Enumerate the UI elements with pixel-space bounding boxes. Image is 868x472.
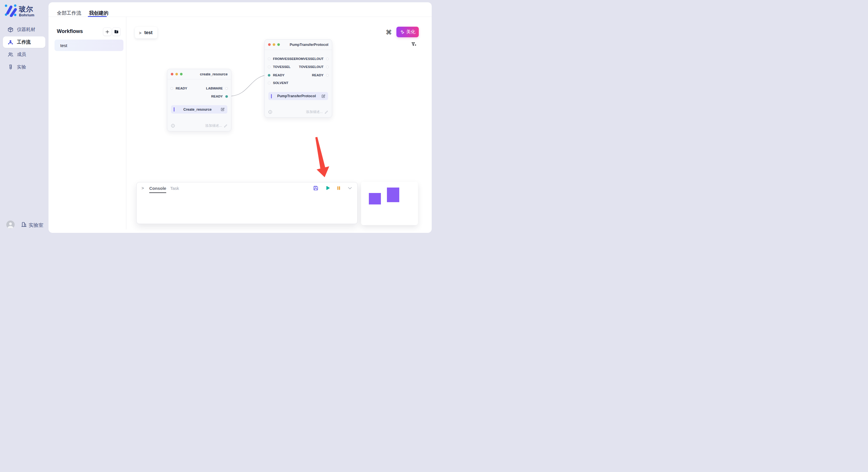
node-action[interactable]: Create_resource	[171, 105, 227, 113]
folder-download-icon	[114, 29, 119, 34]
panel-canvas-divider	[126, 17, 126, 229]
node-create-resource[interactable]: create_resource READY LABWARE READY Crea…	[167, 69, 231, 131]
output-port[interactable]: FROMVESSELOUT	[293, 57, 329, 61]
sidebar-item-label: 工作流	[17, 39, 31, 45]
save-icon[interactable]	[313, 185, 319, 191]
info-icon[interactable]	[268, 110, 272, 114]
sidebar-item-members[interactable]: 成员	[3, 49, 45, 60]
port-dot[interactable]	[268, 66, 270, 68]
port-dot[interactable]	[326, 74, 329, 76]
beautify-label: 美化	[406, 29, 415, 35]
input-port[interactable]: SOLVENT	[268, 81, 288, 85]
output-port[interactable]: READY	[211, 94, 228, 98]
workflows-panel-title: Workflows	[57, 28, 83, 34]
node-title: create_resource	[200, 72, 228, 76]
output-port[interactable]: READY	[312, 73, 329, 77]
sparkles-icon	[400, 30, 405, 34]
node-title: PumpTransferProtocol	[290, 43, 329, 47]
sidebar-item-label: 成员	[17, 52, 26, 58]
workflow-icon	[7, 39, 13, 45]
sidebar-item-label: 仪器耗材	[17, 27, 35, 33]
lab-switcher[interactable]: 实验室	[29, 222, 43, 229]
brand-title: 玻尔	[19, 5, 33, 14]
output-port[interactable]: TOVESSELOUT	[299, 65, 329, 69]
port-dot[interactable]	[225, 87, 228, 90]
output-port[interactable]: LABWARE	[206, 86, 228, 90]
workflow-item-label: test	[60, 43, 67, 48]
tab-console[interactable]: Console	[149, 186, 166, 193]
lab-building-icon	[21, 222, 27, 227]
tab-task[interactable]: Task	[170, 186, 179, 191]
sidebar-item-experiments[interactable]: 实验	[3, 61, 45, 73]
minimap-node	[369, 193, 381, 204]
minimap[interactable]	[361, 182, 418, 225]
port-dot[interactable]	[170, 87, 173, 90]
input-port[interactable]: READY	[268, 73, 284, 77]
edit-icon[interactable]	[220, 107, 225, 111]
beautify-button[interactable]: 美化	[396, 27, 419, 37]
node-pump-transfer-protocol[interactable]: PumpTransferProtocol FROMVESSEL TOVESSEL…	[265, 39, 332, 117]
collapse-chevron-down-icon[interactable]	[347, 185, 353, 191]
workflow-list-item[interactable]: test	[55, 40, 123, 51]
edit-icon[interactable]	[321, 94, 326, 98]
node-header: create_resource	[167, 69, 231, 79]
traffic-dots-icon	[171, 73, 183, 75]
sidebar-item-workflow[interactable]: 工作流	[3, 36, 45, 48]
info-icon[interactable]	[171, 124, 175, 128]
input-port[interactable]: TOVESSEL	[268, 65, 290, 69]
app-window: 玻尔 Bohrium 仪器耗材 工作流 成员	[0, 0, 434, 236]
members-icon	[7, 52, 13, 58]
description-placeholder[interactable]: 添加描述...	[306, 109, 322, 114]
node-footer: 添加描述...	[171, 123, 228, 128]
chevron-right-icon: >	[139, 30, 142, 35]
tab-all-workflows[interactable]: 全部工作流	[57, 10, 81, 16]
command-icon[interactable]: ⌘	[386, 29, 392, 36]
node-footer: 添加描述...	[268, 109, 329, 114]
pause-icon[interactable]	[336, 185, 342, 191]
import-folder-button[interactable]	[112, 28, 121, 36]
port-dot[interactable]	[268, 82, 270, 84]
port-dot-connected[interactable]	[268, 74, 270, 76]
port-dot-connected[interactable]	[225, 95, 228, 98]
run-icon[interactable]	[324, 185, 330, 191]
input-port[interactable]: READY	[170, 86, 187, 90]
traffic-dots-icon	[268, 43, 280, 46]
port-dot[interactable]	[326, 66, 329, 68]
console-panel: > Console Task	[136, 182, 358, 224]
node-action[interactable]: PumpTransferProtocol	[268, 92, 328, 100]
input-port[interactable]: FROMVESSEL	[268, 57, 296, 61]
breadcrumb[interactable]: > test	[135, 27, 157, 38]
tab-my-created[interactable]: 我创建的	[89, 10, 108, 16]
filter-icon[interactable]	[411, 42, 416, 47]
minimap-node	[387, 188, 399, 202]
active-tab-underline	[88, 16, 107, 17]
breadcrumb-label: test	[144, 30, 152, 35]
package-icon	[7, 27, 13, 33]
port-dot[interactable]	[268, 58, 270, 60]
sidebar-item-instruments[interactable]: 仪器耗材	[3, 24, 45, 35]
sidebar-item-label: 实验	[17, 64, 26, 70]
console-expand-icon[interactable]: >	[142, 186, 144, 191]
pencil-icon[interactable]	[324, 110, 329, 114]
pencil-icon[interactable]	[224, 124, 228, 128]
node-header: PumpTransferProtocol	[265, 40, 332, 50]
experiment-icon	[7, 64, 13, 70]
add-workflow-button[interactable]	[103, 28, 112, 36]
description-placeholder[interactable]: 添加描述...	[205, 123, 222, 128]
brand-subtitle: Bohrium	[19, 13, 34, 17]
brand-logo-icon	[4, 4, 17, 17]
plus-icon	[105, 30, 110, 34]
port-dot[interactable]	[326, 58, 329, 60]
user-avatar[interactable]	[6, 221, 14, 229]
